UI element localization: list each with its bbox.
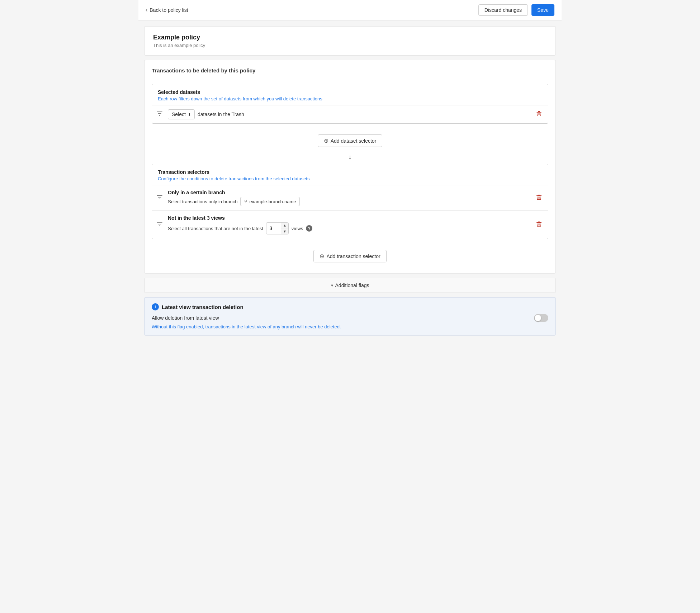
policy-title: Example policy (153, 34, 547, 41)
toggle-knob (535, 315, 541, 321)
branch-row-title: Only in a certain branch (168, 190, 530, 195)
branch-icon: ⑂ (244, 199, 247, 204)
dataset-row-content: Select ⬍ datasets in the Trash (168, 109, 530, 119)
filter-icon-views (156, 221, 164, 229)
selected-datasets-subtitle: Each row filters down the set of dataset… (158, 96, 542, 101)
arrow-down-icon: ↓ (349, 153, 352, 161)
back-link[interactable]: ‹ Back to policy list (146, 7, 188, 13)
branch-input[interactable]: ⑂ example-branch-name (240, 197, 300, 206)
toggle-wrapper[interactable] (534, 314, 548, 322)
transaction-row-0: Only in a certain branch Select transact… (152, 185, 548, 211)
help-icon[interactable]: ? (306, 225, 312, 232)
transaction-selectors-header: Transaction selectors Configure the cond… (152, 164, 548, 185)
latest-view-header: i Latest view transaction deletion (152, 303, 548, 310)
filter-icon-branch (156, 194, 164, 202)
toggle-label: Allow deletion from latest view (152, 315, 219, 321)
views-row-detail: Select all transactions that are not in … (168, 222, 530, 234)
info-icon: i (152, 303, 159, 310)
stepper-down[interactable]: ▼ (281, 228, 288, 234)
views-detail-prefix: Select all transactions that are not in … (168, 226, 263, 231)
chevron-down-flags-icon: ▾ (331, 283, 333, 288)
back-link-label: Back to policy list (150, 7, 188, 13)
add-transaction-label: Add transaction selector (326, 253, 380, 259)
chevron-down-icon: ⬍ (188, 113, 191, 117)
branch-detail-prefix: Select transactions only in branch (168, 199, 237, 204)
branch-value: example-branch-name (249, 199, 296, 204)
selected-datasets-subsection: Selected datasets Each row filters down … (152, 84, 548, 124)
add-dataset-button[interactable]: ⊕ Add dataset selector (318, 134, 383, 147)
additional-flags-header[interactable]: ▾ Additional flags (145, 278, 555, 293)
add-dataset-wrapper: ⊕ Add dataset selector (152, 129, 548, 151)
back-arrow-icon: ‹ (146, 7, 147, 13)
views-detail-suffix: views (292, 226, 303, 231)
select-label: Select (172, 111, 186, 117)
views-count-input[interactable]: ▲ ▼ (266, 222, 289, 234)
latest-view-note: Without this flag enabled, transactions … (152, 324, 548, 329)
plus-circle-transaction-icon: ⊕ (320, 253, 324, 260)
toggle[interactable] (534, 314, 548, 322)
branch-row-content: Only in a certain branch Select transact… (168, 190, 530, 206)
latest-view-title: Latest view transaction deletion (162, 304, 243, 310)
latest-view-section: i Latest view transaction deletion Allow… (144, 297, 556, 336)
main-section: Transactions to be deleted by this polic… (144, 60, 556, 274)
add-transaction-button[interactable]: ⊕ Add transaction selector (313, 250, 386, 262)
policy-description: This is an example policy (153, 43, 547, 48)
branch-row-detail: Select transactions only in branch ⑂ exa… (168, 197, 530, 206)
transaction-selectors-subsection: Transaction selectors Configure the cond… (152, 164, 548, 239)
nav-actions: Discard changes Save (478, 4, 554, 16)
views-row-title: Not in the latest 3 views (168, 215, 530, 221)
top-nav: ‹ Back to policy list Discard changes Sa… (138, 0, 562, 20)
add-dataset-label: Add dataset selector (331, 138, 377, 144)
selected-datasets-header: Selected datasets Each row filters down … (152, 84, 548, 105)
dataset-row-text: datasets in the Trash (198, 111, 244, 117)
delete-views-button[interactable] (534, 219, 544, 230)
views-number-field[interactable] (266, 224, 281, 233)
add-transaction-wrapper: ⊕ Add transaction selector (152, 245, 548, 266)
stepper-up[interactable]: ▲ (281, 223, 288, 228)
selected-datasets-title: Selected datasets (158, 89, 542, 95)
transaction-selectors-title: Transaction selectors (158, 169, 542, 175)
dataset-row: Select ⬍ datasets in the Trash (152, 105, 548, 123)
svg-rect-9 (538, 222, 540, 222)
delete-dataset-button[interactable] (534, 109, 544, 120)
number-stepper: ▲ ▼ (281, 223, 288, 234)
discard-button[interactable]: Discard changes (478, 4, 528, 16)
save-button[interactable]: Save (531, 4, 554, 16)
additional-flags-section: ▾ Additional flags (144, 278, 556, 293)
policy-header: Example policy This is an example policy (144, 26, 556, 56)
arrow-down: ↓ (152, 151, 548, 164)
plus-circle-icon: ⊕ (324, 137, 328, 144)
svg-rect-5 (538, 195, 540, 195)
transaction-row-1: Not in the latest 3 views Select all tra… (152, 211, 548, 239)
svg-rect-1 (538, 111, 540, 112)
delete-branch-button[interactable] (534, 193, 544, 203)
transactions-section-title: Transactions to be deleted by this polic… (152, 67, 548, 78)
views-row-content: Not in the latest 3 views Select all tra… (168, 215, 530, 234)
latest-view-row: Allow deletion from latest view (152, 314, 548, 322)
filter-icon (156, 110, 164, 118)
additional-flags-label: Additional flags (335, 282, 369, 288)
transaction-selectors-subtitle: Configure the conditions to delete trans… (158, 176, 542, 181)
dataset-select[interactable]: Select ⬍ (168, 109, 195, 119)
